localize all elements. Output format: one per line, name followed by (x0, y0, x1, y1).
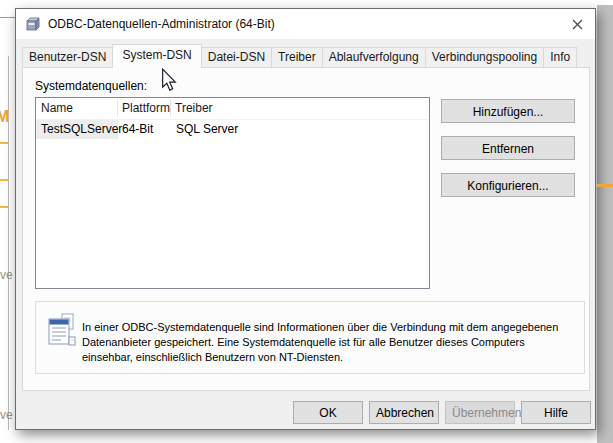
background-highlight-line (0, 179, 8, 181)
background-text-fragment: M (0, 108, 9, 126)
tab-system-dsn[interactable]: System-DSN (112, 44, 201, 68)
help-button[interactable]: Hilfe (521, 401, 591, 424)
odbc-datasource-icon (47, 313, 77, 347)
background-highlight-line (0, 206, 8, 208)
titlebar[interactable]: ODBC-Datenquellen-Administrator (64-Bit) (16, 9, 595, 39)
background-panel (597, 5, 613, 443)
close-button[interactable] (559, 9, 595, 39)
app-icon (25, 16, 41, 32)
table-row[interactable]: TestSQLServer 64-Bit SQL Server (36, 120, 429, 139)
cell-name[interactable]: TestSQLServer (36, 120, 118, 139)
tab-verbindungspooling[interactable]: Verbindungspooling (425, 47, 544, 67)
background-highlight-line (597, 184, 613, 187)
background-text-fragment: ve (0, 408, 13, 422)
cell-treiber: SQL Server (171, 120, 429, 139)
tab-benutzer-dsn[interactable]: Benutzer-DSN (22, 47, 113, 67)
listview-header: Name Plattform Treiber (36, 98, 429, 120)
system-datasources-label: Systemdatenquellen: (35, 79, 147, 93)
side-button-column: Hinzufügen... Entfernen Konfigurieren... (441, 99, 575, 210)
tab-bar: Benutzer-DSN System-DSN Datei-DSN Treibe… (22, 43, 576, 67)
tab-info[interactable]: Info (543, 47, 577, 67)
cell-plattform: 64-Bit (118, 120, 171, 139)
info-text: In einer ODBC-Systemdatenquelle sind Inf… (82, 320, 576, 365)
tab-ablaufverfolgung[interactable]: Ablaufverfolgung (322, 47, 426, 67)
column-header-treiber[interactable]: Treiber (171, 100, 429, 117)
datasource-listview[interactable]: Name Plattform Treiber TestSQLServer 64-… (35, 97, 430, 289)
apply-button: Übernehmen (445, 401, 515, 424)
cancel-button[interactable]: Abbrechen (369, 401, 439, 424)
info-groupbox: In einer ODBC-Systemdatenquelle sind Inf… (35, 301, 585, 374)
odbc-administrator-window: ODBC-Datenquellen-Administrator (64-Bit)… (15, 8, 596, 430)
ok-button[interactable]: OK (293, 401, 363, 424)
background-text-fragment: ve (0, 268, 13, 282)
background-divider-line (0, 17, 15, 18)
system-dsn-tab-panel: Systemdatenquellen: Name Plattform Treib… (22, 67, 590, 391)
tab-datei-dsn[interactable]: Datei-DSN (201, 47, 272, 67)
tab-treiber[interactable]: Treiber (271, 47, 323, 67)
close-icon (572, 19, 583, 30)
window-title: ODBC-Datenquellen-Administrator (64-Bit) (48, 17, 275, 31)
dialog-footer: OK Abbrechen Übernehmen Hilfe (16, 401, 595, 429)
column-header-plattform[interactable]: Plattform (118, 100, 171, 117)
column-header-name[interactable]: Name (36, 100, 118, 117)
add-button[interactable]: Hinzufügen... (441, 99, 575, 123)
configure-button[interactable]: Konfigurieren... (441, 173, 575, 197)
remove-button[interactable]: Entfernen (441, 136, 575, 160)
background-highlight-line (0, 142, 8, 144)
